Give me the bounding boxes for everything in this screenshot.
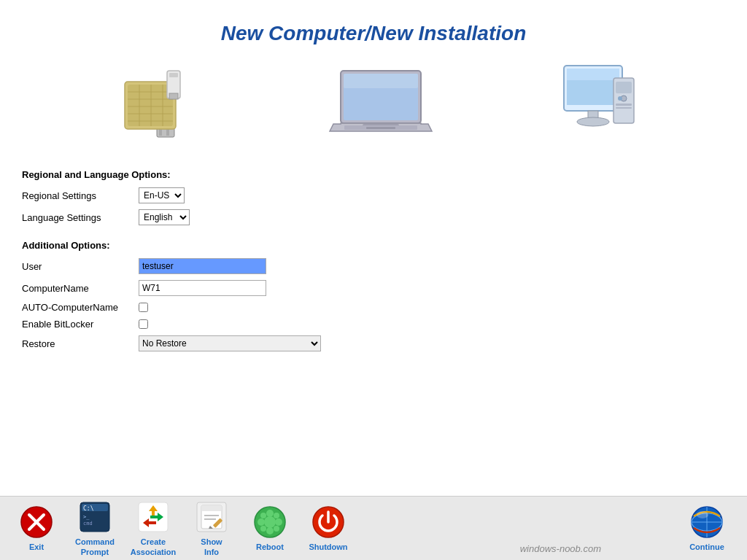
reboot-button[interactable]: Reboot <box>241 501 299 556</box>
language-settings-row: Language Settings English French German <box>22 209 725 225</box>
reboot-label: Reboot <box>256 542 284 552</box>
command-prompt-label: CommandPrompt <box>75 537 115 556</box>
regional-settings-select[interactable]: En-US En-GB <box>139 187 185 203</box>
continue-icon <box>689 505 724 540</box>
svg-point-27 <box>577 117 609 126</box>
svg-point-51 <box>264 516 276 528</box>
svg-rect-32 <box>616 107 632 109</box>
user-input[interactable] <box>139 258 266 274</box>
svg-point-52 <box>266 510 274 517</box>
laptop-icon <box>322 60 439 147</box>
computername-row: ComputerName <box>22 280 725 296</box>
svg-rect-16 <box>169 93 178 99</box>
desktop-icon <box>542 60 644 147</box>
svg-text:>_: >_ <box>83 514 90 520</box>
show-info-label: ShowInfo <box>201 537 222 556</box>
svg-point-57 <box>274 513 279 518</box>
continue-label: Continue <box>689 542 724 552</box>
svg-text:cmd: cmd <box>83 521 93 526</box>
restore-label: Restore <box>22 338 139 349</box>
svg-point-59 <box>274 526 279 532</box>
auto-computername-row: AUTO-ComputerName <box>22 302 725 313</box>
svg-point-54 <box>258 518 265 526</box>
continue-button[interactable]: Continue <box>674 501 740 556</box>
svg-rect-19 <box>344 74 418 88</box>
taskbar: Exit C:\ >_ cmd CommandPrompt CreateA <box>0 496 747 560</box>
watermark: windows-noob.com <box>520 543 601 554</box>
enable-bitlocker-row: Enable BitLocker <box>22 319 725 330</box>
svg-rect-45 <box>201 505 222 511</box>
language-settings-select[interactable]: English French German <box>139 209 190 225</box>
svg-point-55 <box>275 518 282 526</box>
create-association-icon <box>136 499 171 534</box>
auto-computername-checkbox[interactable] <box>139 303 148 312</box>
exit-label: Exit <box>29 542 44 552</box>
exit-button[interactable]: Exit <box>7 501 66 556</box>
auto-computername-label: AUTO-ComputerName <box>22 302 139 313</box>
regional-section-title: Regional and Language Options: <box>22 169 725 180</box>
svg-point-65 <box>697 511 708 518</box>
shutdown-label: Shutdown <box>309 542 347 552</box>
usb-drive-icon <box>103 60 220 147</box>
additional-section: Additional Options: User ComputerName AU… <box>22 240 725 351</box>
computername-input[interactable] <box>139 280 266 296</box>
command-prompt-button[interactable]: C:\ >_ cmd CommandPrompt <box>66 496 124 560</box>
restore-select[interactable]: No Restore Latest Custom <box>139 335 321 351</box>
svg-point-58 <box>260 526 266 532</box>
svg-rect-29 <box>616 82 632 93</box>
shutdown-icon <box>311 505 346 540</box>
svg-point-53 <box>266 527 274 534</box>
svg-rect-22 <box>366 127 395 129</box>
enable-bitlocker-label: Enable BitLocker <box>22 319 139 330</box>
svg-rect-15 <box>169 73 178 77</box>
regional-settings-row: Regional Settings En-US En-GB <box>22 187 725 203</box>
computername-label: ComputerName <box>22 283 139 294</box>
enable-bitlocker-checkbox[interactable] <box>139 319 148 329</box>
user-label: User <box>22 261 139 272</box>
svg-point-56 <box>260 513 266 518</box>
regional-section: Regional and Language Options: Regional … <box>22 169 725 225</box>
regional-settings-label: Regional Settings <box>22 190 139 201</box>
svg-text:C:\: C:\ <box>83 505 94 512</box>
restore-row: Restore No Restore Latest Custom <box>22 335 725 351</box>
shutdown-button[interactable]: Shutdown <box>299 501 357 556</box>
additional-section-title: Additional Options: <box>22 240 725 251</box>
show-info-icon <box>194 499 229 534</box>
exit-icon <box>19 505 54 540</box>
create-association-label: CreateAssociation <box>131 537 176 556</box>
page-title: New Computer/New Installation <box>22 22 725 45</box>
svg-rect-25 <box>567 69 619 80</box>
svg-rect-31 <box>616 104 632 106</box>
svg-rect-5 <box>128 85 173 126</box>
command-prompt-icon: C:\ >_ cmd <box>77 499 112 534</box>
language-settings-label: Language Settings <box>22 212 139 223</box>
user-row: User <box>22 258 725 274</box>
create-association-button[interactable]: CreateAssociation <box>124 496 182 560</box>
show-info-button[interactable]: ShowInfo <box>182 496 241 560</box>
reboot-icon <box>252 505 287 540</box>
images-row <box>22 60 725 147</box>
svg-point-33 <box>618 96 622 101</box>
